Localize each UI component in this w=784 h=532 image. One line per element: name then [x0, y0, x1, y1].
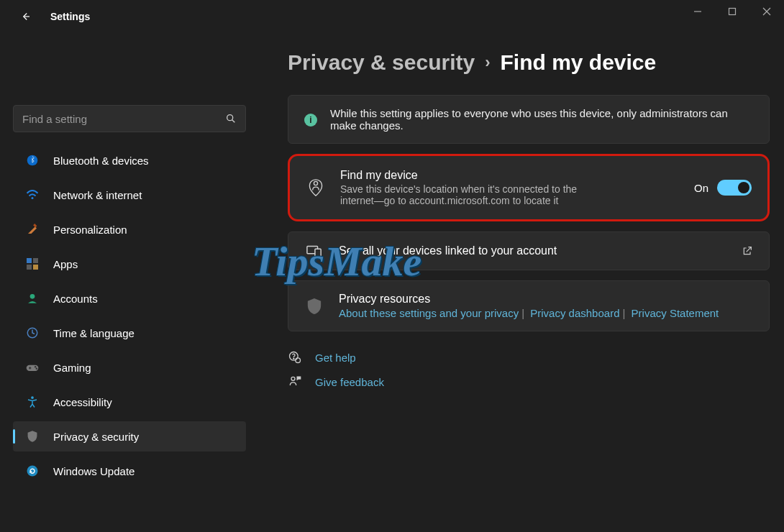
breadcrumb: Privacy & security › Find my device	[288, 50, 770, 75]
wifi-icon	[23, 190, 42, 200]
svg-rect-9	[27, 258, 32, 263]
info-text: While this setting applies to everyone w…	[330, 107, 753, 132]
sidebar-item-label: Apps	[53, 258, 78, 270]
get-help-label: Get help	[315, 352, 356, 364]
back-button[interactable]	[14, 6, 36, 27]
sidebar-item-bluetooth[interactable]: Bluetooth & devices	[13, 145, 246, 175]
sidebar-item-time-language[interactable]: Time & language	[13, 318, 246, 348]
sidebar-item-windows-update[interactable]: Windows Update	[13, 456, 246, 486]
window-controls	[680, 0, 784, 23]
location-person-icon	[306, 179, 326, 196]
sidebar-item-label: Accounts	[53, 293, 98, 305]
search-icon	[225, 113, 237, 124]
privacy-resources-card: Privacy resources About these settings a…	[288, 280, 770, 331]
clock-globe-icon	[23, 326, 42, 339]
svg-line-5	[232, 120, 235, 123]
svg-point-4	[227, 115, 233, 121]
titlebar: Settings	[0, 0, 784, 33]
svg-rect-1	[729, 9, 736, 15]
sidebar-item-label: Accessibility	[53, 396, 112, 408]
footer-links: Get help Give feedback	[288, 350, 770, 389]
svg-point-18	[31, 396, 34, 399]
privacy-resources-title: Privacy resources	[339, 293, 753, 306]
window-title: Settings	[50, 11, 90, 22]
get-help-link[interactable]: Get help	[288, 350, 770, 364]
sidebar: Bluetooth & devices Network & internet P…	[0, 33, 259, 532]
give-feedback-link[interactable]: Give feedback	[288, 375, 770, 389]
shield-icon	[23, 430, 42, 443]
sidebar-item-privacy-security[interactable]: Privacy & security	[13, 421, 246, 451]
sidebar-item-label: Windows Update	[53, 465, 135, 477]
svg-point-17	[36, 367, 38, 370]
svg-point-7	[32, 197, 34, 199]
update-icon	[23, 464, 42, 477]
find-my-device-card: Find my device Save this device's locati…	[288, 154, 770, 221]
find-my-device-toggle[interactable]	[717, 180, 752, 196]
privacy-link-statement[interactable]: Privacy Statement	[632, 307, 719, 319]
setting-title: Find my device	[340, 169, 694, 182]
search-box[interactable]	[13, 105, 246, 132]
feedback-icon	[288, 375, 302, 389]
sidebar-nav: Bluetooth & devices Network & internet P…	[13, 145, 246, 490]
brush-icon	[23, 223, 42, 236]
svg-rect-22	[315, 249, 321, 257]
maximize-button[interactable]	[715, 0, 749, 23]
sidebar-item-network[interactable]: Network & internet	[13, 180, 246, 210]
help-icon	[288, 350, 302, 364]
info-icon: i	[304, 114, 317, 127]
sidebar-item-label: Privacy & security	[53, 431, 139, 443]
svg-rect-8	[33, 224, 37, 227]
person-icon	[23, 293, 42, 304]
shield-icon	[304, 297, 324, 316]
sidebar-item-apps[interactable]: Apps	[13, 249, 246, 279]
chevron-right-icon: ›	[485, 53, 490, 72]
svg-rect-10	[33, 258, 38, 263]
sidebar-item-accessibility[interactable]: Accessibility	[13, 387, 246, 417]
info-banner: i While this setting applies to everyone…	[288, 95, 770, 144]
svg-point-19	[27, 466, 38, 477]
sidebar-item-label: Time & language	[53, 327, 135, 339]
sidebar-item-label: Gaming	[53, 362, 91, 374]
sidebar-item-label: Personalization	[53, 224, 127, 236]
svg-point-24	[293, 358, 294, 359]
sidebar-item-personalization[interactable]: Personalization	[13, 214, 246, 244]
accessibility-icon	[23, 395, 42, 408]
close-button[interactable]	[749, 0, 784, 23]
linked-devices-row[interactable]: See all your devices linked to your acco…	[288, 231, 770, 270]
profile-area	[13, 33, 246, 105]
svg-point-26	[291, 377, 295, 380]
give-feedback-label: Give feedback	[315, 376, 384, 388]
minimize-icon	[693, 7, 702, 16]
privacy-link-dashboard[interactable]: Privacy dashboard	[530, 307, 619, 319]
svg-rect-12	[33, 265, 38, 270]
maximize-icon	[728, 7, 737, 16]
sidebar-item-label: Network & internet	[53, 189, 142, 201]
bluetooth-icon	[23, 155, 42, 166]
minimize-button[interactable]	[680, 0, 715, 23]
svg-point-13	[30, 294, 35, 299]
main-content: Privacy & security › Find my device i Wh…	[259, 33, 784, 532]
open-external-icon	[742, 245, 753, 257]
setting-description: Save this device's location when it's co…	[340, 183, 599, 206]
svg-point-16	[35, 366, 37, 368]
svg-point-20	[314, 181, 317, 185]
sidebar-item-gaming[interactable]: Gaming	[13, 352, 246, 382]
arrow-left-icon	[19, 10, 32, 23]
toggle-state-label: On	[694, 182, 708, 194]
search-input[interactable]	[22, 113, 225, 125]
devices-icon	[304, 244, 324, 258]
breadcrumb-parent[interactable]: Privacy & security	[288, 50, 475, 75]
sidebar-item-label: Bluetooth & devices	[53, 155, 149, 167]
close-icon	[762, 7, 771, 16]
privacy-link-about[interactable]: About these settings and your privacy	[339, 307, 519, 319]
linked-devices-label: See all your devices linked to your acco…	[339, 244, 742, 257]
gamepad-icon	[23, 362, 42, 372]
apps-icon	[23, 258, 42, 270]
page-title: Find my device	[500, 50, 656, 75]
svg-point-25	[296, 358, 301, 363]
svg-rect-11	[27, 265, 32, 270]
sidebar-item-accounts[interactable]: Accounts	[13, 283, 246, 313]
